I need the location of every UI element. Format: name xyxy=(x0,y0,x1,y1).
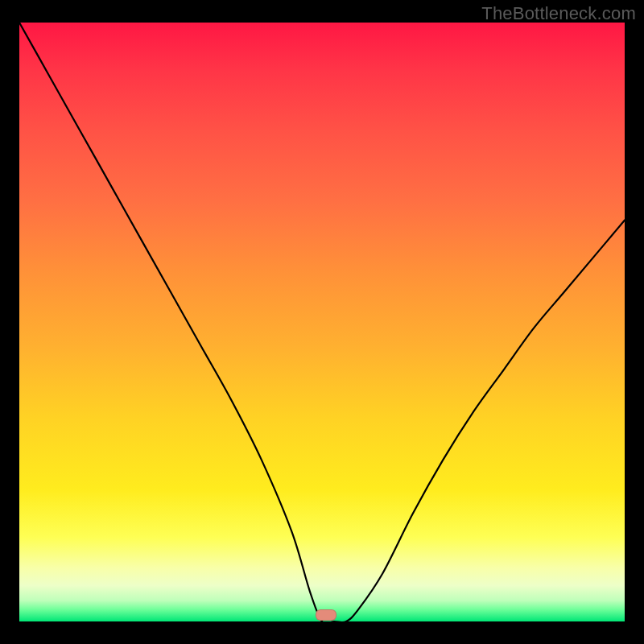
curve-layer xyxy=(19,23,625,621)
optimal-marker xyxy=(316,609,336,621)
chart-frame: TheBottleneck.com xyxy=(0,0,644,644)
watermark-text: TheBottleneck.com xyxy=(481,3,636,24)
bottleneck-curve xyxy=(19,23,625,621)
plot-area xyxy=(19,23,625,621)
